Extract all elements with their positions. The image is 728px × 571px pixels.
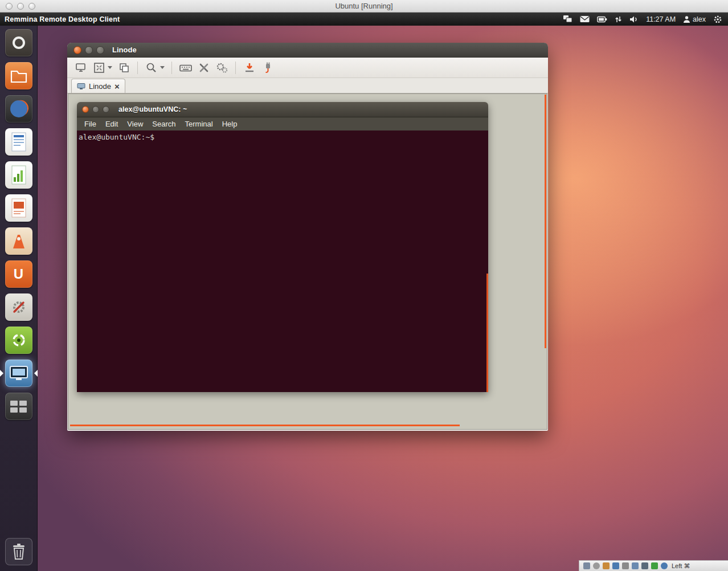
- mac-minimize-button[interactable]: [17, 3, 24, 10]
- keyboard-grab-icon[interactable]: [178, 60, 193, 75]
- terminal-edge-artifact: [486, 274, 488, 392]
- terminal-window: alex@ubuntuVNC: ~ File Edit View Search …: [77, 102, 488, 392]
- virtualbox-vm-window: Ubuntu [Running] Remmina Remote Desktop …: [0, 0, 728, 571]
- terminal-body[interactable]: alex@ubuntuVNC:~$: [77, 130, 488, 392]
- active-app-title[interactable]: Remmina Remote Desktop Client: [5, 15, 120, 23]
- vm-window-title: Ubuntu [Running]: [0, 2, 728, 10]
- remmina-horizontal-scroll-indicator: [70, 425, 460, 426]
- vbox-mouse-icon[interactable]: [661, 562, 668, 569]
- tab-linode[interactable]: Linode ×: [71, 79, 125, 93]
- launcher-item-libreoffice-impress[interactable]: [5, 194, 32, 222]
- impress-icon: [10, 198, 27, 218]
- desktop-wallpaper: U: [0, 26, 728, 571]
- connect-icon[interactable]: [73, 60, 88, 75]
- user-name: alex: [693, 15, 706, 23]
- settings-gear-wrench-icon: [10, 298, 28, 316]
- user-menu[interactable]: alex: [683, 15, 706, 23]
- terminal-maximize-button[interactable]: [103, 106, 109, 113]
- terminal-menu-view[interactable]: View: [122, 120, 148, 128]
- fullscreen-dropdown-caret[interactable]: [108, 66, 112, 69]
- toolbar-separator: [137, 62, 138, 74]
- remmina-maximize-button[interactable]: [96, 46, 104, 54]
- duplicate-icon[interactable]: [116, 60, 132, 75]
- mac-zoom-button[interactable]: [28, 3, 35, 10]
- vbox-network-icon[interactable]: [612, 562, 619, 569]
- remmina-titlebar[interactable]: Linode: [67, 43, 548, 58]
- remmina-vertical-scroll-indicator: [545, 95, 546, 348]
- vm-titlebar[interactable]: Ubuntu [Running]: [0, 0, 728, 13]
- trash-icon: [11, 543, 27, 561]
- zoom-dropdown-caret[interactable]: [160, 66, 165, 69]
- toolbar-separator: [235, 62, 236, 74]
- volume-indicator-icon[interactable]: [629, 15, 639, 23]
- panel-clock[interactable]: 11:27 AM: [646, 15, 676, 23]
- unity-launcher: U: [0, 26, 38, 571]
- terminal-menu-file[interactable]: File: [80, 120, 101, 128]
- launcher-item-libreoffice-writer[interactable]: [5, 128, 32, 156]
- vbox-usb-icon[interactable]: [622, 562, 629, 569]
- terminal-titlebar[interactable]: alex@ubuntuVNC: ~: [77, 102, 488, 117]
- ubuntu-logo-icon: [13, 36, 25, 49]
- updater-arrows-icon: [10, 331, 28, 349]
- terminal-menu-help[interactable]: Help: [218, 120, 242, 128]
- mac-close-button[interactable]: [6, 3, 13, 10]
- launcher-item-trash[interactable]: [5, 538, 32, 565]
- launcher-item-ubuntu-one[interactable]: U: [5, 260, 32, 288]
- session-gear-icon[interactable]: [713, 15, 722, 24]
- disconnect-icon[interactable]: [260, 60, 275, 75]
- remmina-toolbar: [67, 58, 548, 78]
- terminal-minimize-button[interactable]: [92, 106, 99, 113]
- sync-arrows-icon[interactable]: [615, 15, 622, 23]
- folder-icon: [10, 68, 28, 83]
- vbox-statusbar: Left ⌘: [579, 560, 728, 571]
- mail-indicator-icon[interactable]: [580, 15, 590, 23]
- vbox-audio-icon[interactable]: [603, 562, 610, 569]
- launcher-item-libreoffice-calc[interactable]: [5, 161, 32, 189]
- screenshot-icon[interactable]: [242, 60, 257, 75]
- fullscreen-icon[interactable]: [91, 60, 107, 75]
- vbox-hdd-icon[interactable]: [583, 562, 590, 569]
- remmina-tabbar: Linode ×: [67, 78, 548, 93]
- launcher-item-system-settings[interactable]: [5, 293, 32, 321]
- ubuntu-one-icon: U: [14, 266, 23, 282]
- terminal-title: alex@ubuntuVNC: ~: [118, 105, 187, 113]
- remmina-minimize-button[interactable]: [85, 46, 93, 54]
- terminal-prompt: alex@ubuntuVNC:~$: [79, 133, 154, 141]
- ubuntu-top-panel: Remmina Remote Desktop Client 11:27 AM: [0, 13, 728, 26]
- launcher-item-workspace-switcher[interactable]: [5, 393, 32, 420]
- tab-close-icon[interactable]: ×: [114, 82, 120, 91]
- vbox-features-icon[interactable]: [651, 562, 658, 569]
- battery-indicator-icon[interactable]: [597, 16, 607, 23]
- tab-monitor-icon: [77, 83, 85, 90]
- vbox-display-icon[interactable]: [641, 562, 648, 569]
- user-icon: [683, 15, 690, 23]
- launcher-item-firefox[interactable]: [5, 95, 32, 123]
- terminal-menu-search[interactable]: Search: [148, 120, 180, 128]
- tools-icon[interactable]: [196, 60, 211, 75]
- running-indicator-arrow: [0, 370, 3, 377]
- gears-icon[interactable]: [214, 60, 230, 75]
- remote-desktop-view[interactable]: alex@ubuntuVNC: ~ File Edit View Search …: [68, 93, 547, 430]
- terminal-menu-edit[interactable]: Edit: [101, 120, 122, 128]
- vbox-optical-icon[interactable]: [593, 562, 600, 569]
- terminal-menu-terminal[interactable]: Terminal: [181, 120, 218, 128]
- remmina-window: Linode: [67, 43, 548, 431]
- remmina-close-button[interactable]: [73, 46, 81, 54]
- writer-icon: [10, 132, 27, 152]
- remmina-monitor-icon: [9, 365, 29, 382]
- remote-desktop-indicator-icon[interactable]: [563, 15, 572, 23]
- launcher-item-remmina[interactable]: [5, 360, 32, 387]
- remmina-window-title: Linode: [112, 46, 137, 54]
- firefox-icon: [9, 99, 29, 119]
- calc-icon: [10, 165, 27, 185]
- launcher-item-software-updater[interactable]: [5, 327, 32, 354]
- vbox-keyboard-indicator: Left ⌘: [672, 562, 690, 570]
- terminal-close-button[interactable]: [82, 106, 89, 113]
- software-center-icon: [9, 233, 28, 250]
- launcher-item-software-center[interactable]: [5, 227, 32, 255]
- launcher-item-files[interactable]: [5, 62, 32, 89]
- zoom-icon[interactable]: [144, 60, 159, 75]
- vbox-shared-folders-icon[interactable]: [632, 562, 639, 569]
- tab-label: Linode: [89, 82, 111, 91]
- launcher-item-dash-home[interactable]: [5, 29, 32, 56]
